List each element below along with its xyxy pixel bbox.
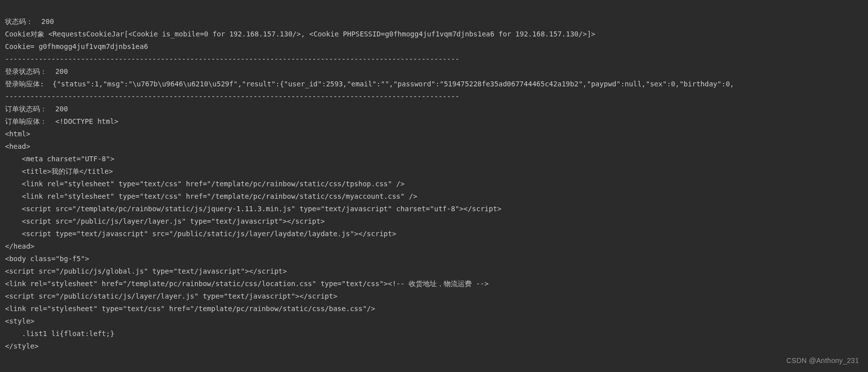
divider-line: ----------------------------------------…	[5, 92, 459, 100]
output-line: <script src="/public/js/layer/layer.js" …	[5, 217, 325, 225]
watermark-text: CSDN @Anthony_231	[787, 355, 859, 367]
output-line: <title>我的订单</title>	[5, 167, 113, 175]
output-line: <script src="/public/static/js/layer/lay…	[5, 292, 337, 300]
divider-line: ----------------------------------------…	[5, 55, 459, 63]
output-line: Cookie对象 <RequestsCookieJar[<Cookie is_m…	[5, 30, 595, 38]
output-line: 登录状态码： 200	[5, 67, 68, 75]
output-line: <link rel="stylesheet" type="text/css" h…	[5, 180, 405, 188]
output-line: <link rel="stylesheet" type="text/css" h…	[5, 305, 375, 313]
output-line: <script src="/public/js/global.js" type=…	[5, 267, 287, 275]
output-line: <script type="text/javascript" src="/pub…	[5, 230, 396, 238]
output-line: 登录响应体: {"status":1,"msg":"\u767b\u9646\u…	[5, 80, 734, 88]
output-line: <style>	[5, 317, 34, 325]
output-line: Cookie= g0fhmogg4juf1vqm7djnbs1ea6	[5, 42, 148, 50]
output-line: <link rel="stylesheet" href="/template/p…	[5, 280, 489, 288]
output-line: <link rel="stylesheet" type="text/css" h…	[5, 192, 417, 200]
output-line: <script src="/template/pc/rainbow/static…	[5, 205, 502, 213]
output-line: 订单响应体： <!DOCTYPE html>	[5, 117, 118, 125]
output-line: 状态码： 200	[5, 17, 54, 25]
console-output: 状态码： 200 Cookie对象 <RequestsCookieJar[<Co…	[0, 0, 868, 358]
output-line: </head>	[5, 242, 34, 250]
output-line: </style>	[5, 342, 38, 350]
output-line: <body class="bg-f5">	[5, 255, 89, 263]
output-line: .list1 li{float:left;}	[5, 330, 114, 338]
output-line: <meta charset="UTF-8">	[5, 155, 114, 163]
output-line: <head>	[5, 142, 30, 150]
output-line: 订单状态码： 200	[5, 105, 68, 113]
output-line: <html>	[5, 130, 30, 138]
